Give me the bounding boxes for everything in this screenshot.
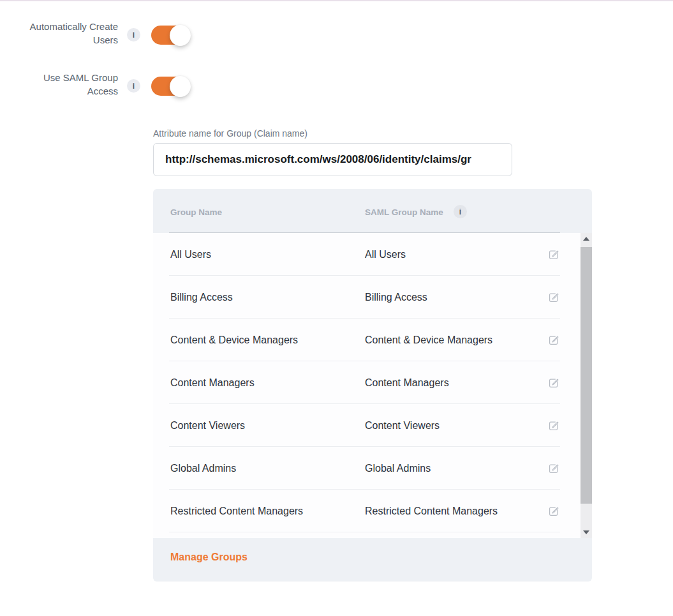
top-divider bbox=[0, 0, 673, 1]
up-triangle-icon bbox=[583, 237, 589, 241]
scrollbar[interactable] bbox=[581, 233, 592, 538]
saml-group-name-cell: All Users bbox=[365, 249, 406, 260]
info-icon[interactable]: i bbox=[127, 28, 140, 41]
edit-icon[interactable] bbox=[548, 463, 559, 474]
group-table-body: All Users All Users Billing Access Billi… bbox=[153, 233, 581, 538]
table-row: Content Managers Content Managers bbox=[153, 361, 581, 404]
group-name-cell: Billing Access bbox=[170, 292, 233, 303]
manage-groups-link[interactable]: Manage Groups bbox=[170, 552, 248, 563]
table-row: Billing Access Billing Access bbox=[153, 276, 581, 319]
group-name-cell: Content Viewers bbox=[170, 420, 245, 432]
table-row: Content Viewers Content Viewers bbox=[153, 404, 581, 447]
use-saml-group-access-label: Use SAML Group Access bbox=[22, 71, 118, 98]
saml-group-name-cell: Billing Access bbox=[365, 292, 427, 303]
down-triangle-icon bbox=[583, 530, 589, 534]
group-name-cell: Restricted Content Managers bbox=[170, 506, 303, 517]
toggle-knob bbox=[170, 25, 191, 46]
edit-icon[interactable] bbox=[548, 292, 559, 303]
edit-icon[interactable] bbox=[548, 249, 559, 260]
saml-settings-page: Automatically Create Users i Use SAML Gr… bbox=[0, 0, 673, 616]
group-mapping-panel: Group Name SAML Group Name i All Users A… bbox=[153, 189, 592, 582]
auto-create-users-label: Automatically Create Users bbox=[22, 20, 118, 47]
toggle-knob bbox=[170, 76, 191, 97]
saml-group-name-cell: Global Admins bbox=[365, 463, 431, 474]
table-row: Content & Device Managers Content & Devi… bbox=[153, 319, 581, 361]
edit-icon[interactable] bbox=[548, 377, 559, 389]
scroll-down-button[interactable] bbox=[581, 527, 592, 538]
table-row: Global Admins Global Admins bbox=[153, 447, 581, 490]
use-saml-group-access-toggle[interactable] bbox=[151, 76, 191, 96]
column-header-group-name: Group Name bbox=[170, 207, 222, 217]
auto-create-users-toggle[interactable] bbox=[151, 25, 191, 45]
edit-icon[interactable] bbox=[548, 334, 559, 346]
table-row: All Users All Users bbox=[153, 233, 581, 276]
group-name-cell: All Users bbox=[170, 249, 211, 260]
column-header-saml-group-name: SAML Group Name bbox=[365, 207, 443, 217]
scrollbar-thumb[interactable] bbox=[581, 247, 592, 504]
info-icon[interactable]: i bbox=[454, 205, 467, 218]
edit-icon[interactable] bbox=[548, 420, 559, 432]
scroll-up-button[interactable] bbox=[581, 233, 592, 244]
attribute-name-input[interactable] bbox=[154, 144, 512, 176]
group-name-cell: Global Admins bbox=[170, 463, 236, 474]
saml-group-name-cell: Restricted Content Managers bbox=[365, 506, 498, 517]
saml-group-name-cell: Content Managers bbox=[365, 377, 449, 389]
saml-group-name-cell: Content Viewers bbox=[365, 420, 440, 432]
group-name-cell: Content & Device Managers bbox=[170, 334, 298, 346]
edit-icon[interactable] bbox=[548, 506, 559, 517]
attribute-name-field bbox=[153, 143, 512, 176]
attribute-name-label: Attribute name for Group (Claim name) bbox=[153, 128, 307, 139]
group-name-cell: Content Managers bbox=[170, 377, 255, 389]
saml-group-name-cell: Content & Device Managers bbox=[365, 334, 492, 346]
table-row: Restricted Content Managers Restricted C… bbox=[153, 490, 581, 532]
info-icon[interactable]: i bbox=[127, 79, 140, 93]
